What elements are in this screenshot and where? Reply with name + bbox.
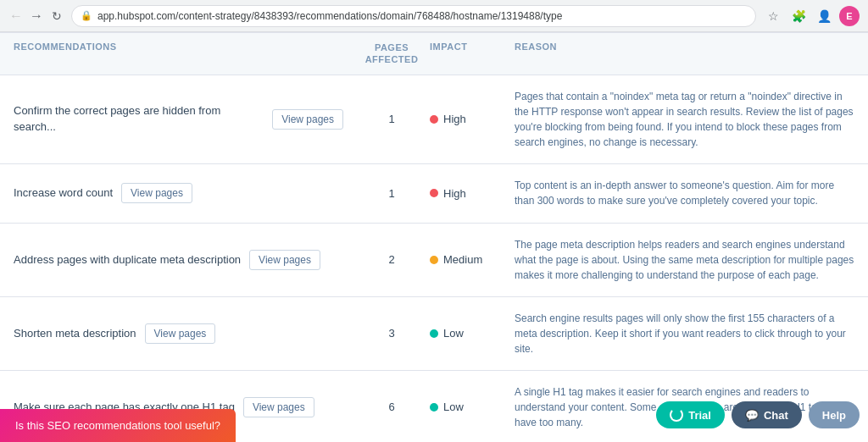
reason-text: Pages that contain a "noindex" meta tag … xyxy=(515,89,854,150)
table-header: Recommendations Pages Affected Impact Re… xyxy=(0,32,868,75)
rec-cell: Increase word count View pages xyxy=(14,183,353,203)
view-pages-button[interactable]: View pages xyxy=(249,250,320,270)
impact-cell: Low xyxy=(430,327,515,340)
nav-buttons: ← → ↻ xyxy=(8,8,64,24)
url-text: app.hubspot.com/content-strategy/8438393… xyxy=(97,10,747,22)
view-pages-button[interactable]: View pages xyxy=(145,323,216,344)
reason-text: Search engine results pages will only sh… xyxy=(515,311,854,356)
bottom-right-buttons: Trial 💬 Chat Help xyxy=(656,401,860,428)
rec-text: Confirm the correct pages are hidden fro… xyxy=(14,103,264,134)
profile-button[interactable]: 👤 xyxy=(814,6,834,26)
table-row: Increase word count View pages 1 High To… xyxy=(0,164,868,224)
forward-button[interactable]: → xyxy=(29,8,44,24)
reason-text: Top content is an in-depth answer to som… xyxy=(515,178,854,208)
main-content: Recommendations Pages Affected Impact Re… xyxy=(0,32,868,442)
browser-actions: ☆ 🧩 👤 E xyxy=(763,6,860,26)
address-bar[interactable]: 🔒 app.hubspot.com/content-strategy/84383… xyxy=(71,5,756,27)
impact-label: High xyxy=(443,113,466,125)
table-row: Confirm the correct pages are hidden fro… xyxy=(0,75,868,164)
impact-cell: High xyxy=(430,187,515,200)
impact-cell: Low xyxy=(430,401,515,413)
pages-count: 3 xyxy=(353,327,430,340)
table-row: Shorten meta description View pages 3 Lo… xyxy=(0,297,868,371)
view-pages-button[interactable]: View pages xyxy=(121,183,192,203)
pages-count: 1 xyxy=(353,113,430,125)
rec-cell: Confirm the correct pages are hidden fro… xyxy=(14,103,353,134)
help-button[interactable]: Help xyxy=(809,401,860,428)
user-avatar[interactable]: E xyxy=(839,6,860,26)
feedback-bar[interactable]: Is this SEO recommendations tool useful? xyxy=(0,409,236,442)
chat-button[interactable]: 💬 Chat xyxy=(732,401,802,428)
col-reason: Reason xyxy=(515,41,854,66)
view-pages-button[interactable]: View pages xyxy=(272,109,343,130)
rec-text: Address pages with duplicate meta descri… xyxy=(14,252,241,268)
view-pages-button[interactable]: View pages xyxy=(243,397,314,417)
extensions-button[interactable]: 🧩 xyxy=(788,6,809,26)
rec-text: Increase word count xyxy=(14,185,113,201)
impact-cell: Medium xyxy=(430,253,515,266)
trial-label: Trial xyxy=(688,409,711,422)
table-row: Address pages with duplicate meta descri… xyxy=(0,224,868,297)
pages-count: 6 xyxy=(353,401,430,413)
impact-dot-low xyxy=(430,403,438,412)
rec-cell: Shorten meta description View pages xyxy=(14,323,353,344)
impact-cell: High xyxy=(430,113,515,125)
impact-dot-high xyxy=(430,115,438,124)
star-button[interactable]: ☆ xyxy=(763,6,783,26)
refresh-button[interactable]: ↻ xyxy=(49,8,64,24)
col-pages-affected: Pages Affected xyxy=(353,41,430,66)
rec-cell: Address pages with duplicate meta descri… xyxy=(14,250,353,270)
impact-dot-medium xyxy=(430,256,438,264)
reason-text: The page meta description helps readers … xyxy=(515,237,854,283)
trial-icon xyxy=(670,408,683,422)
impact-label: Medium xyxy=(443,253,482,266)
chat-icon: 💬 xyxy=(745,409,759,422)
rec-text: Shorten meta description xyxy=(14,326,136,341)
impact-dot-low xyxy=(430,329,438,338)
browser-chrome: ← → ↻ 🔒 app.hubspot.com/content-strategy… xyxy=(0,0,868,32)
col-recommendations: Recommendations xyxy=(14,41,353,66)
impact-dot-high xyxy=(430,189,438,197)
trial-button[interactable]: Trial xyxy=(656,401,725,428)
impact-label: Low xyxy=(443,327,464,340)
pages-count: 2 xyxy=(353,253,430,266)
impact-label: High xyxy=(443,187,466,200)
col-impact: Impact xyxy=(430,41,515,66)
impact-label: Low xyxy=(443,401,464,413)
lock-icon: 🔒 xyxy=(81,10,92,21)
chat-label: Chat xyxy=(764,409,788,422)
back-button[interactable]: ← xyxy=(8,8,24,24)
pages-count: 1 xyxy=(353,187,430,200)
feedback-label: Is this SEO recommendations tool useful? xyxy=(15,419,220,432)
